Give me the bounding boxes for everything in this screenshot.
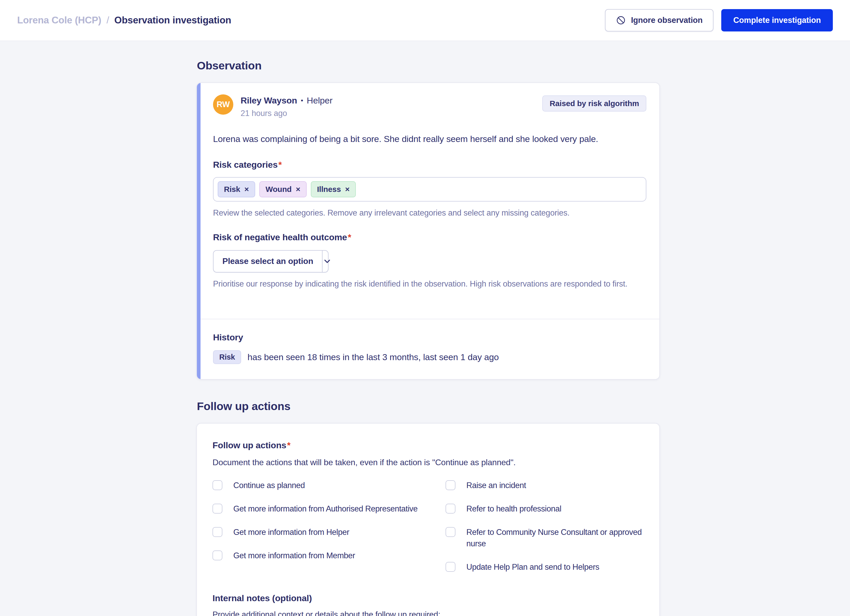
option-raise-incident[interactable]: Raise an incident	[446, 480, 644, 491]
topbar-actions: Ignore observation Complete investigatio…	[605, 9, 833, 31]
author-role: Helper	[307, 96, 332, 106]
select-caret-zone	[322, 251, 332, 272]
tag-illness: Illness ×	[311, 181, 356, 197]
tag-wound-label: Wound	[266, 185, 292, 194]
author-name: Riley Wayson	[241, 96, 297, 106]
option-label: Refer to health professional	[466, 503, 561, 514]
follow-up-options: Continue as planned Get more information…	[212, 480, 644, 573]
history-text: has been seen 18 times in the last 3 mon…	[247, 352, 498, 362]
checkbox-refer-health-professional[interactable]	[446, 504, 455, 514]
remove-tag-risk-button[interactable]: ×	[244, 185, 249, 193]
option-continue-as-planned[interactable]: Continue as planned	[212, 480, 436, 491]
tag-risk-label: Risk	[224, 185, 240, 194]
observation-section-title: Observation	[197, 59, 660, 72]
option-info-helper[interactable]: Get more information from Helper	[212, 526, 436, 538]
option-label: Raise an incident	[466, 480, 526, 491]
observation-text: Lorena was complaining of being a bit so…	[213, 133, 646, 145]
observation-card: RW Riley Wayson • Helper 21 hours ago Ra…	[196, 82, 660, 380]
option-info-member[interactable]: Get more information from Member	[212, 550, 436, 561]
avatar: RW	[213, 94, 233, 115]
checkbox-raise-incident[interactable]	[446, 480, 455, 490]
risk-categories-input[interactable]: Risk × Wound × Illness ×	[213, 177, 646, 202]
required-asterisk: *	[348, 232, 351, 242]
option-label: Continue as planned	[233, 480, 305, 491]
option-update-help-plan[interactable]: Update Help Plan and send to Helpers	[446, 561, 644, 573]
history-risk-badge: Risk	[213, 350, 241, 364]
follow-up-description: Document the actions that will be taken,…	[212, 458, 644, 467]
option-label: Refer to Community Nurse Consultant or a…	[466, 526, 644, 549]
main-content: Observation RW Riley Wayson • Helper 2	[0, 41, 850, 616]
risk-outcome-select[interactable]: Please select an option	[213, 250, 329, 272]
follow-up-card: Follow up actions* Document the actions …	[196, 423, 660, 616]
tag-wound: Wound ×	[259, 181, 307, 197]
option-refer-health-professional[interactable]: Refer to health professional	[446, 503, 644, 514]
breadcrumb: Lorena Cole (HCP) / Observation investig…	[17, 15, 231, 26]
author-bullet: •	[301, 96, 303, 105]
history-title: History	[213, 332, 646, 342]
ignore-observation-button[interactable]: Ignore observation	[605, 9, 714, 31]
follow-up-label: Follow up actions*	[212, 440, 644, 450]
ignore-observation-label: Ignore observation	[631, 16, 703, 25]
option-label: Get more information from Authorised Rep…	[233, 503, 418, 514]
tag-risk: Risk ×	[218, 181, 255, 197]
follow-up-section-title: Follow up actions	[197, 400, 660, 413]
chevron-down-icon	[323, 257, 332, 266]
risk-outcome-help-text: Prioritise our response by indicating th…	[213, 279, 646, 289]
internal-notes-title: Internal notes (optional)	[212, 593, 644, 603]
checkbox-info-helper[interactable]	[212, 527, 222, 537]
observation-timestamp: 21 hours ago	[241, 109, 542, 118]
required-asterisk: *	[278, 160, 282, 169]
option-label: Update Help Plan and send to Helpers	[466, 561, 599, 573]
option-label: Get more information from Member	[233, 550, 355, 561]
complete-investigation-label: Complete investigation	[733, 16, 821, 25]
risk-categories-help-text: Review the selected categories. Remove a…	[213, 208, 646, 218]
page-title: Observation investigation	[114, 15, 231, 26]
raised-by-risk-algorithm-badge: Raised by risk algorithm	[542, 96, 646, 112]
checkbox-info-member[interactable]	[212, 550, 222, 560]
breadcrumb-parent-link[interactable]: Lorena Cole (HCP)	[17, 15, 101, 26]
remove-tag-illness-button[interactable]: ×	[345, 185, 350, 193]
risk-categories-label: Risk categories*	[213, 160, 646, 170]
option-label: Get more information from Helper	[233, 526, 349, 538]
risk-outcome-select-value: Please select an option	[214, 251, 322, 272]
internal-notes-description: Provide additional context or details ab…	[212, 610, 644, 616]
checkbox-continue-as-planned[interactable]	[212, 480, 222, 490]
top-bar: Lorena Cole (HCP) / Observation investig…	[0, 0, 850, 41]
risk-outcome-label: Risk of negative health outcome*	[213, 232, 646, 242]
checkbox-update-help-plan[interactable]	[446, 562, 455, 572]
ban-icon	[616, 15, 626, 25]
remove-tag-wound-button[interactable]: ×	[296, 185, 301, 193]
tag-illness-label: Illness	[317, 185, 341, 194]
breadcrumb-separator: /	[106, 15, 109, 26]
required-asterisk: *	[287, 440, 290, 450]
history-section: History Risk has been seen 18 times in t…	[201, 319, 659, 379]
card-accent-bar	[197, 83, 201, 379]
checkbox-refer-community-nurse[interactable]	[446, 527, 455, 537]
complete-investigation-button[interactable]: Complete investigation	[721, 9, 833, 31]
checkbox-info-authorised-representative[interactable]	[212, 504, 222, 514]
option-info-authorised-representative[interactable]: Get more information from Authorised Rep…	[212, 503, 436, 514]
option-refer-community-nurse[interactable]: Refer to Community Nurse Consultant or a…	[446, 526, 644, 549]
